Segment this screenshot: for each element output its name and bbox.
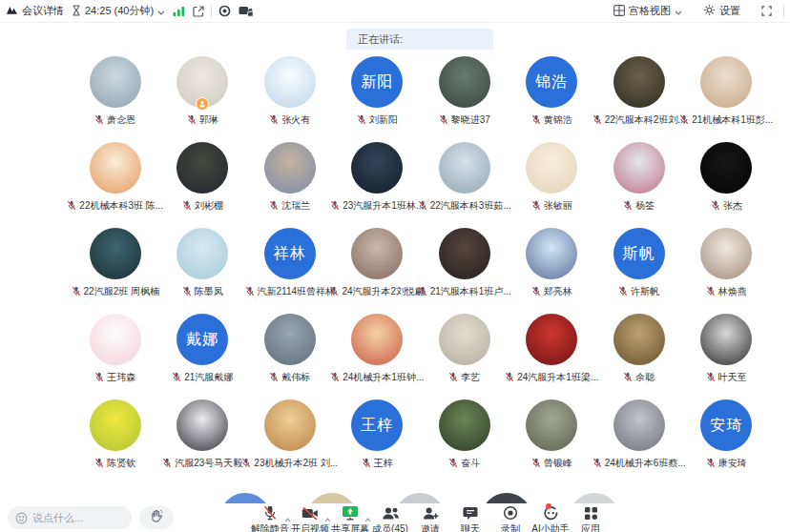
- muted-mic-icon: [706, 372, 716, 384]
- participant-avatar: [351, 142, 403, 194]
- toolbar-camera-muted-button[interactable]: 开启视频: [290, 505, 330, 532]
- participant-tile[interactable]: 24汽服升本2刘悦翩: [334, 225, 422, 311]
- participant-tile[interactable]: 沈瑞兰: [246, 139, 334, 225]
- toolbar-button-label: 录制: [501, 522, 520, 532]
- participant-tile[interactable]: 陈贤钦: [72, 397, 159, 482]
- participant-tile[interactable]: 陈墨凤: [159, 225, 247, 311]
- participant-tile[interactable]: 24机械升本6班蔡...: [595, 397, 683, 482]
- muted-mic-icon: [706, 458, 716, 470]
- participant-avatar: [700, 142, 752, 194]
- notification-dot: [546, 503, 551, 509]
- participant-tile[interactable]: 李艺: [421, 311, 509, 397]
- participant-avatar: [177, 228, 228, 279]
- participant-tile[interactable]: 王玮森: [72, 311, 159, 397]
- toolbar-apps-button[interactable]: 应用: [571, 505, 611, 532]
- participant-tile[interactable]: 余聪: [595, 311, 683, 397]
- participant-tile[interactable]: 汽服23号马天毅: [159, 397, 247, 482]
- participant-avatar-initials: 新阳: [351, 56, 403, 108]
- participant-tile[interactable]: 22汽服本科2班刘...: [595, 53, 683, 139]
- participant-name: 23机械升本2班 刘...: [254, 457, 338, 470]
- participant-tile[interactable]: 叶天至: [683, 311, 771, 397]
- participant-tile[interactable]: 萧念恩: [72, 53, 159, 139]
- toolbar-button-label: 共享屏幕: [331, 522, 369, 532]
- participant-tile[interactable]: 黎晓进37: [421, 53, 509, 139]
- participant-tile[interactable]: 曾银峰: [509, 397, 596, 482]
- participant-avatar: [264, 142, 316, 194]
- participant-tile[interactable]: 24机械升本1班钟...: [334, 311, 422, 397]
- participant-name: 汽服23号马天毅: [175, 457, 242, 470]
- grid-view-dropdown[interactable]: 宫格视图: [613, 4, 682, 18]
- participant-tile[interactable]: 22汽服本科3班茹...: [421, 139, 509, 225]
- participant-tile[interactable]: 林焕燕: [683, 225, 771, 311]
- participant-name: 24机械升本1班钟...: [343, 371, 424, 384]
- participant-tile[interactable]: 戴伟标: [246, 311, 334, 397]
- participant-name: 王梓: [374, 457, 393, 470]
- chevron-down-icon: [157, 6, 165, 17]
- participant-avatar: [439, 142, 490, 194]
- participant-tile[interactable]: 斯帆许斯帆: [595, 225, 683, 311]
- participant-tile[interactable]: 张火有: [246, 53, 334, 139]
- participant-tile[interactable]: 21汽服本科1班卢...: [421, 225, 509, 311]
- participant-name: 林焕燕: [718, 285, 747, 298]
- toolbar-invite-button[interactable]: 邀请: [410, 505, 450, 532]
- participant-tile[interactable]: 张敏丽: [509, 139, 596, 225]
- participant-tile[interactable]: 23机械升本2班 刘...: [246, 397, 334, 482]
- participant-tile[interactable]: 锦浩黄锦浩: [509, 53, 596, 139]
- participant-tile[interactable]: 安琦康安琦: [683, 397, 771, 482]
- participant-avatar: [177, 399, 228, 451]
- participant-tile[interactable]: 杨筌: [595, 139, 683, 225]
- participant-tile[interactable]: 22汽服2班 周枫楠: [72, 225, 159, 311]
- participant-tile[interactable]: 奋斗: [421, 397, 509, 482]
- participant-tile[interactable]: 张杰: [683, 139, 771, 225]
- recording-indicator-icon[interactable]: [218, 5, 231, 17]
- participant-name: 郭琳: [199, 113, 218, 127]
- muted-mic-icon: [448, 458, 458, 470]
- participant-avatar: [439, 399, 490, 451]
- participant-avatar: [90, 399, 141, 451]
- participant-name: 黎晓进37: [451, 113, 490, 127]
- participant-tile[interactable]: 戴娜21汽服戴娜: [159, 311, 247, 397]
- participant-tile[interactable]: 22机械本科3班 陈...: [72, 139, 159, 225]
- participant-name: 许斯帆: [631, 285, 659, 298]
- settings-button[interactable]: 设置: [703, 4, 740, 18]
- participant-name: 沈瑞兰: [281, 199, 310, 213]
- meeting-window: 会议详情 24:25 (40分钟): [0, 0, 790, 532]
- network-signal-icon[interactable]: [173, 7, 185, 16]
- meeting-details-button[interactable]: 会议详情: [6, 4, 64, 18]
- muted-mic-icon: [448, 372, 458, 384]
- participant-name: 余聪: [635, 371, 655, 384]
- gear-icon: [703, 4, 716, 18]
- participant-tile[interactable]: 24汽服升本1班梁...: [509, 311, 596, 397]
- participant-tile[interactable]: 23汽服升本1班林...: [334, 139, 422, 225]
- participant-name: 黄锦浩: [544, 113, 572, 127]
- participant-name: 康安琦: [718, 457, 747, 470]
- participant-tile[interactable]: 祥林汽新2114班曾祥林: [246, 225, 334, 311]
- open-in-window-icon[interactable]: [193, 6, 204, 17]
- participant-avatar: [613, 314, 665, 365]
- muted-mic-icon: [94, 458, 104, 470]
- chat-icon: [463, 505, 478, 521]
- participant-avatar-initials: 祥林: [264, 228, 316, 279]
- participant-name: 24汽服升本2刘悦翩: [342, 285, 425, 298]
- participant-avatar-initials: 王梓: [351, 399, 403, 451]
- participant-name: 22汽服本科2班刘...: [605, 113, 686, 127]
- camera-lock-icon[interactable]: [239, 5, 254, 17]
- toolbar-record-button[interactable]: 录制: [490, 505, 530, 532]
- toolbar-chat-button[interactable]: 聊天: [450, 505, 490, 532]
- toolbar-screen-share-button[interactable]: 共享屏幕: [330, 505, 370, 532]
- raise-hand-button[interactable]: [139, 506, 174, 529]
- participant-name: 21汽服本科1班卢...: [430, 285, 511, 298]
- participant-tile[interactable]: 刘彬棚: [159, 139, 247, 225]
- toolbar-members-button[interactable]: 成员(45): [370, 505, 410, 532]
- participant-tile[interactable]: 郑亮林: [509, 225, 596, 311]
- participant-tile[interactable]: 王梓王梓: [334, 397, 422, 482]
- participant-tile[interactable]: 新阳刘新阳: [334, 53, 422, 139]
- toolbar-mic-muted-button[interactable]: 解除静音: [250, 505, 290, 532]
- participant-avatar: [177, 142, 228, 194]
- participant-tile[interactable]: 21机械本科1班彭...: [683, 53, 771, 139]
- emoji-icon[interactable]: [15, 511, 28, 528]
- participant-tile[interactable]: 郭琳: [159, 53, 247, 139]
- toolbar-ai-assistant-button[interactable]: AI小助手: [530, 505, 571, 532]
- meeting-timer-dropdown[interactable]: 24:25 (40分钟): [72, 4, 165, 18]
- fullscreen-icon[interactable]: [761, 6, 772, 16]
